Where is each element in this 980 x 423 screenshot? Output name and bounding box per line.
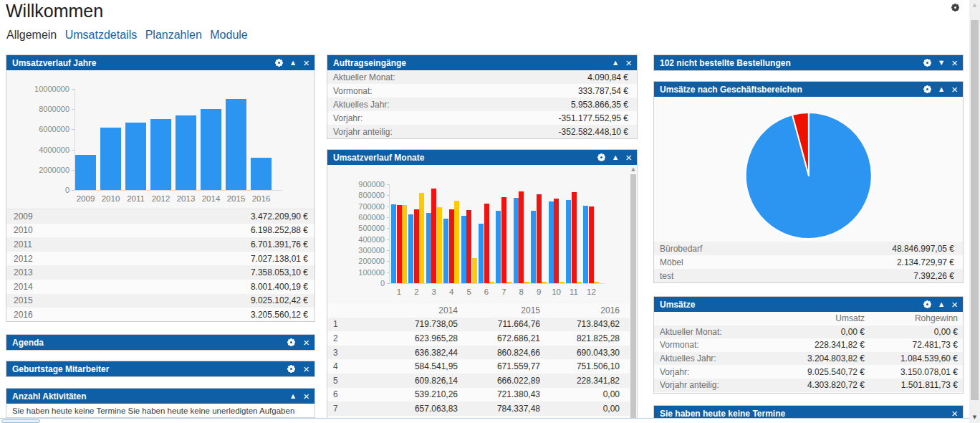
- panel-title: 102 nicht bestellte Bestellungen: [660, 58, 923, 68]
- y-axis-label: 400000: [327, 235, 385, 244]
- bar: [594, 282, 599, 283]
- y-axis-label: 300000: [327, 246, 385, 255]
- bar: [150, 119, 171, 190]
- close-icon[interactable]: ×: [303, 391, 309, 401]
- pie-legend: Bürobedarf48.846.997,05 €Möbel2.134.729,…: [654, 242, 963, 282]
- bar: [537, 194, 542, 283]
- page-settings-gear-icon[interactable]: [951, 4, 961, 13]
- close-icon[interactable]: ×: [951, 409, 958, 419]
- gear-icon[interactable]: [923, 59, 931, 67]
- bar: [559, 282, 565, 283]
- months-bar-chart: 0100000200000300000400000500000600000700…: [327, 165, 637, 303]
- x-axis-line: [75, 190, 282, 191]
- panel-vertical-scrollbar[interactable]: ▲: [630, 165, 637, 423]
- collapse-icon[interactable]: ▲: [291, 393, 295, 400]
- gear-icon[interactable]: [287, 338, 295, 346]
- panel-header[interactable]: Umsätze ▲ ×: [654, 297, 963, 312]
- cell-value: 0,00 €: [865, 327, 958, 337]
- row-label: 2012: [14, 254, 251, 264]
- panel-title: Umsatzverlauf Monate: [333, 153, 597, 163]
- gear-icon[interactable]: [275, 59, 283, 67]
- table-header-row: UmsatzRohgewinn: [654, 312, 963, 325]
- close-icon[interactable]: ×: [303, 58, 309, 68]
- legend-row: Bürobedarf48.846.997,05 €: [654, 242, 963, 255]
- scrollbar-down-icon[interactable]: ▼: [969, 414, 980, 420]
- tab-module[interactable]: Module: [210, 29, 247, 41]
- panel-header[interactable]: 102 nicht bestellte Bestellungen ▼ ×: [654, 55, 963, 70]
- scrollbar-up-icon[interactable]: ▲: [630, 166, 637, 172]
- bar: [397, 205, 402, 283]
- gear-icon[interactable]: [287, 365, 295, 373]
- row-label: 2009: [14, 212, 251, 222]
- panel-header[interactable]: Umsatzverlauf Jahre ▲ ×: [6, 55, 314, 70]
- row-label: 2010: [14, 225, 251, 235]
- x-axis-label: 2013: [172, 194, 201, 203]
- cell-value: 711.664,76: [458, 319, 540, 329]
- panel-title: Umsätze: [660, 300, 923, 310]
- scrollbar-thumb[interactable]: [1, 419, 40, 423]
- bar: [251, 158, 272, 190]
- gear-icon[interactable]: [597, 153, 605, 161]
- x-axis-label: 2009: [72, 194, 100, 203]
- bar: [454, 201, 459, 283]
- collapse-icon[interactable]: ▲: [291, 60, 295, 67]
- page-horizontal-scrollbar[interactable]: [0, 418, 969, 423]
- cell-value: 228.341,82: [540, 376, 620, 386]
- collapse-icon[interactable]: ▲: [613, 60, 618, 67]
- row-value: 7.392,26 €: [913, 271, 954, 281]
- close-icon[interactable]: ×: [625, 58, 632, 68]
- order-row: Aktueller Monat:4.090,84 €: [327, 70, 637, 84]
- order-row: Vorjahr anteilig:-352.582.448,10 €: [327, 125, 637, 138]
- scrollbar-thumb[interactable]: [971, 20, 979, 400]
- scrollbar-thumb[interactable]: [630, 174, 636, 422]
- close-icon[interactable]: ×: [951, 300, 958, 310]
- row-label: Aktuelles Jahr:: [333, 100, 571, 110]
- panel-header[interactable]: Umsätze nach Geschäftsbereichen ▲ ×: [654, 82, 963, 97]
- row-label: Aktueller Monat:: [333, 72, 587, 82]
- close-icon[interactable]: ×: [303, 338, 309, 348]
- tab-allgemein[interactable]: Allgemein: [6, 29, 57, 41]
- gear-icon[interactable]: [923, 85, 931, 93]
- collapse-icon[interactable]: ▲: [939, 301, 943, 308]
- year-row: 20137.358.053,10 €: [6, 265, 314, 280]
- tab-umsatzdetails[interactable]: Umsatzdetails: [65, 29, 137, 41]
- bar: [501, 197, 506, 283]
- col-header: 2014: [357, 305, 458, 315]
- x-axis-label: 2010: [97, 194, 125, 203]
- row-value: 3.205.560,12 €: [251, 310, 308, 320]
- cell-value: 9.025.540,72 €: [760, 367, 865, 377]
- x-axis-label: 2012: [147, 194, 176, 203]
- expand-icon[interactable]: ▼: [939, 60, 943, 67]
- panel-header[interactable]: Geburtstage Mitarbeiter ×: [6, 361, 314, 376]
- cell-value: 4.303.820,72 €: [760, 380, 865, 390]
- bar: [489, 282, 494, 283]
- panel-header[interactable]: Auftragseingänge ▲ ×: [327, 55, 637, 70]
- close-icon[interactable]: ×: [625, 153, 632, 163]
- cell-value: 623.965,28: [357, 333, 458, 343]
- panel-agenda: Agenda ×: [6, 334, 315, 351]
- close-icon[interactable]: ×: [303, 364, 309, 374]
- panel-umsatzverlauf-monate: Umsatzverlauf Monate ▲ × 010000020000030…: [327, 149, 638, 423]
- y-axis-label: 200000: [327, 257, 385, 265]
- cell-value: 636.382,44: [357, 348, 458, 358]
- collapse-icon[interactable]: ▲: [939, 86, 943, 93]
- close-icon[interactable]: ×: [951, 58, 958, 68]
- gear-icon[interactable]: [923, 300, 931, 308]
- y-axis-label: 6000000: [6, 125, 69, 133]
- bar: [554, 199, 559, 283]
- panel-header[interactable]: Agenda ×: [6, 335, 314, 350]
- close-icon[interactable]: ×: [951, 85, 958, 95]
- tab-planzahlen[interactable]: Planzahlen: [145, 29, 202, 41]
- bar: [479, 224, 484, 283]
- panel-header[interactable]: Anzahl Aktivitäten ▲ ×: [6, 389, 314, 404]
- scrollbar-up-icon[interactable]: ▲: [969, 2, 980, 8]
- panel-header[interactable]: Umsatzverlauf Monate ▲ ×: [327, 150, 637, 165]
- bar: [391, 204, 396, 283]
- collapse-icon[interactable]: ▲: [613, 154, 618, 161]
- year-row: 20159.025.102,42 €: [6, 294, 314, 308]
- bar: [449, 209, 454, 283]
- bar: [402, 205, 407, 283]
- page-vertical-scrollbar[interactable]: ▲ ▼: [969, 0, 980, 423]
- y-axis-label: 10000000: [6, 85, 69, 93]
- row-label: Aktuelles Jahr:: [660, 353, 760, 363]
